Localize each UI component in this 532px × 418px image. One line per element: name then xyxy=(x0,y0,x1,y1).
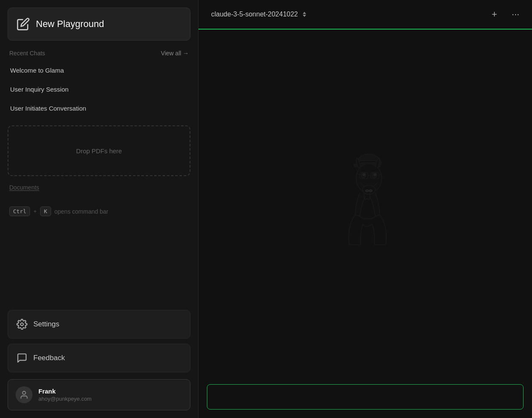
user-name: Frank xyxy=(38,388,92,395)
feedback-icon xyxy=(16,353,27,364)
sidebar: New Playground Recent Chats View all → W… xyxy=(0,0,198,418)
pdf-drop-zone[interactable]: Drop PDFs here xyxy=(8,125,190,176)
add-button[interactable]: + xyxy=(486,6,502,22)
feedback-button[interactable]: Feedback xyxy=(8,344,190,372)
list-item[interactable]: User Inquiry Session xyxy=(4,80,194,99)
chat-title: User Initiates Conversation xyxy=(10,105,86,112)
input-area xyxy=(198,377,532,418)
chat-area xyxy=(198,30,532,377)
plus-separator: + xyxy=(33,208,37,214)
view-all-label: View all → xyxy=(161,50,189,57)
keyboard-hint: Ctrl + K opens command bar xyxy=(0,198,198,225)
avatar xyxy=(16,386,33,403)
k-key: K xyxy=(40,206,51,216)
recent-chats-header: Recent Chats View all → xyxy=(0,41,198,61)
ctrl-key: Ctrl xyxy=(9,206,30,216)
gear-icon xyxy=(16,319,27,330)
llama-watermark xyxy=(319,149,412,258)
svg-point-9 xyxy=(374,174,376,176)
chat-title: Welcome to Glama xyxy=(10,67,64,74)
chat-list: Welcome to Glama User Inquiry Session Us… xyxy=(0,61,198,118)
drop-zone-label: Drop PDFs here xyxy=(76,147,122,155)
svg-point-4 xyxy=(366,190,369,192)
edit-icon xyxy=(16,17,30,31)
recent-chats-label: Recent Chats xyxy=(9,50,45,57)
documents-section: Documents xyxy=(0,184,198,198)
model-selector-button[interactable]: claude-3-5-sonnet-20241022 xyxy=(207,8,310,21)
user-info: Frank ahoy@punkpeye.com xyxy=(38,388,92,402)
view-all-button[interactable]: View all → xyxy=(161,50,189,57)
svg-point-0 xyxy=(21,323,24,326)
new-playground-button[interactable]: New Playground xyxy=(8,8,190,41)
new-playground-label: New Playground xyxy=(36,19,104,30)
top-bar: claude-3-5-sonnet-20241022 + ··· xyxy=(198,0,532,30)
svg-point-3 xyxy=(363,185,375,195)
feedback-label: Feedback xyxy=(33,354,65,362)
keyboard-hint-text: opens command bar xyxy=(54,208,109,215)
settings-label: Settings xyxy=(33,320,59,328)
user-profile[interactable]: Frank ahoy@punkpeye.com xyxy=(8,379,190,410)
documents-label[interactable]: Documents xyxy=(9,184,39,191)
chevron-updown-icon xyxy=(303,12,306,17)
model-name: claude-3-5-sonnet-20241022 xyxy=(211,11,298,18)
more-icon: ··· xyxy=(512,9,519,20)
main-panel: claude-3-5-sonnet-20241022 + ··· xyxy=(198,0,532,418)
svg-point-8 xyxy=(363,174,365,176)
svg-point-1 xyxy=(22,391,25,394)
user-icon xyxy=(19,390,29,399)
more-options-button[interactable]: ··· xyxy=(508,6,524,22)
list-item[interactable]: Welcome to Glama xyxy=(4,61,194,80)
chat-title: User Inquiry Session xyxy=(10,86,68,93)
add-icon: + xyxy=(492,9,497,20)
list-item[interactable]: User Initiates Conversation xyxy=(4,99,194,118)
user-email: ahoy@punkpeye.com xyxy=(38,396,92,402)
svg-point-5 xyxy=(369,190,372,192)
chat-input[interactable] xyxy=(207,384,524,410)
settings-button[interactable]: Settings xyxy=(8,310,190,339)
